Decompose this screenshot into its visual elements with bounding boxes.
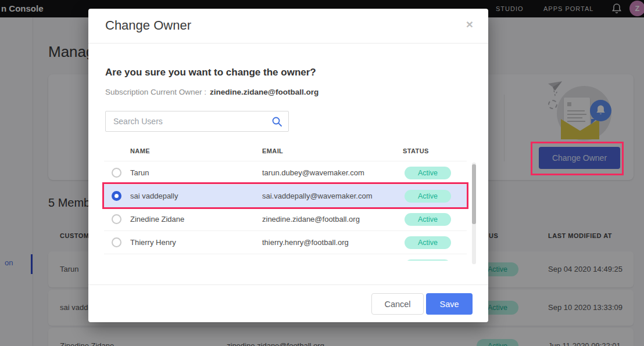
current-owner-line: Subscription Current Owner :zinedine.zid… bbox=[105, 88, 319, 96]
user-name: Tarun bbox=[130, 161, 149, 185]
radio-button[interactable] bbox=[112, 214, 121, 224]
user-list-header: NAME EMAIL STATUS bbox=[104, 143, 467, 161]
current-owner-label: Subscription Current Owner : bbox=[105, 88, 206, 96]
user-list: Tarun tarun.dubey@wavemaker.com Active s… bbox=[104, 161, 467, 261]
user-name: Thierry Henry bbox=[130, 231, 176, 254]
cancel-button[interactable]: Cancel bbox=[371, 293, 424, 315]
current-owner-email: zinedine.zidane@football.org bbox=[210, 88, 319, 96]
search-icon[interactable] bbox=[271, 116, 282, 129]
search-box bbox=[105, 111, 289, 132]
scrollbar-thumb[interactable] bbox=[472, 164, 476, 224]
user-name: Zinedine Zidane bbox=[130, 208, 184, 231]
modal-title: Change Owner bbox=[105, 18, 191, 33]
column-status: STATUS bbox=[403, 147, 429, 154]
close-icon[interactable]: × bbox=[466, 18, 473, 30]
status-badge: Active bbox=[405, 167, 451, 179]
radio-button[interactable] bbox=[112, 168, 121, 178]
app-window: n Console STUDIO APPS PORTAL Z on Manag bbox=[0, 0, 644, 346]
status-badge: Active bbox=[405, 260, 451, 261]
change-owner-modal: Change Owner × Are you sure you want to … bbox=[88, 9, 488, 322]
column-email: EMAIL bbox=[262, 147, 283, 154]
user-row[interactable]: Zinedine Zidane zinedine.zidane@football… bbox=[104, 207, 467, 230]
user-email: sai.vaddepally@wavemaker.com bbox=[262, 185, 373, 208]
modal-header: Change Owner × bbox=[88, 9, 488, 44]
confirmation-question: Are you sure you want to change the owne… bbox=[105, 67, 316, 78]
status-badge: Active bbox=[405, 213, 451, 226]
user-row[interactable]: Tarun tarun.dubey@wavemaker.com Active bbox=[104, 161, 467, 184]
user-row[interactable]: Active bbox=[104, 254, 467, 261]
modal-footer: Cancel Save bbox=[88, 284, 488, 322]
scrollbar-track[interactable] bbox=[472, 163, 476, 264]
user-email: tarun.dubey@wavemaker.com bbox=[262, 161, 364, 185]
radio-button-selected[interactable] bbox=[112, 191, 121, 201]
user-row[interactable]: Thierry Henry thierry.henry@football.org… bbox=[104, 230, 467, 254]
column-name: NAME bbox=[130, 147, 150, 154]
radio-button[interactable] bbox=[112, 237, 121, 247]
save-button[interactable]: Save bbox=[426, 293, 473, 315]
user-email: thierry.henry@football.org bbox=[262, 231, 349, 254]
status-badge: Active bbox=[405, 236, 451, 249]
status-badge: Active bbox=[405, 190, 451, 203]
search-input[interactable] bbox=[106, 111, 288, 131]
user-name: sai vaddepally bbox=[130, 185, 178, 208]
user-row-selected[interactable]: sai vaddepally sai.vaddepally@wavemaker.… bbox=[104, 184, 467, 207]
user-email: zinedine.zidane@football.org bbox=[262, 208, 360, 231]
